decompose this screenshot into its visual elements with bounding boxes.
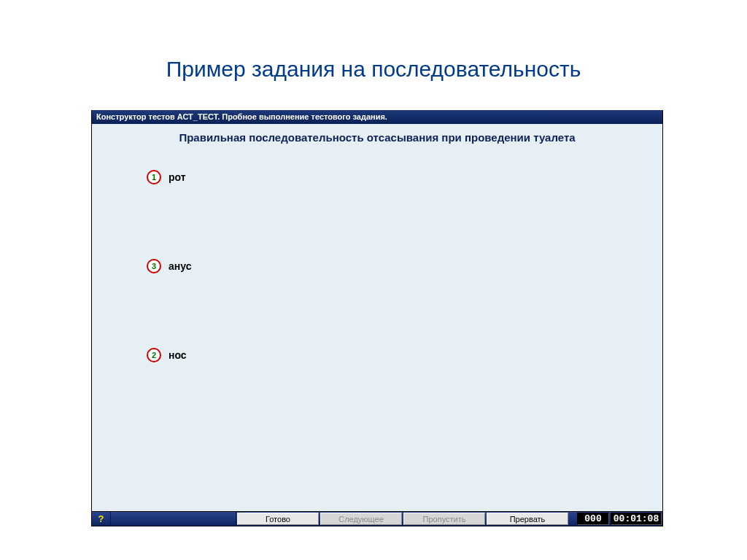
timer-display: 00:01:08 <box>611 513 662 525</box>
statusbar: ? Готово Следующее Пропустить Прервать 0… <box>92 511 662 526</box>
sequence-label: рот <box>169 171 186 183</box>
statusbar-spacer <box>111 512 236 526</box>
help-icon: ? <box>98 513 104 524</box>
sequence-item[interactable]: 3 анус <box>147 259 191 273</box>
sequence-badge[interactable]: 3 <box>147 259 161 273</box>
sequence-item[interactable]: 2 нос <box>147 348 187 362</box>
skip-button: Пропустить <box>403 513 485 525</box>
slide-title: Пример задания на последовательность <box>0 57 747 82</box>
ready-button[interactable]: Готово <box>237 513 319 525</box>
help-button[interactable]: ? <box>92 512 111 526</box>
sequence-item[interactable]: 1 рот <box>147 170 186 184</box>
question-text: Правильная последовательность отсасывани… <box>92 131 662 144</box>
app-window: Конструктор тестов АСТ_ТЕСТ. Пробное вып… <box>91 110 663 526</box>
sequence-badge[interactable]: 1 <box>147 170 161 184</box>
window-titlebar: Конструктор тестов АСТ_ТЕСТ. Пробное вып… <box>92 110 662 124</box>
sequence-label: анус <box>169 260 191 272</box>
sequence-badge[interactable]: 2 <box>147 348 161 362</box>
abort-button[interactable]: Прервать <box>487 513 568 525</box>
sequence-label: нос <box>169 349 187 361</box>
content-area: 1 рот 3 анус 2 нос <box>92 144 662 511</box>
next-button: Следующее <box>320 513 402 525</box>
counter-display: 000 <box>577 513 609 525</box>
statusbar-spacer <box>569 512 576 526</box>
